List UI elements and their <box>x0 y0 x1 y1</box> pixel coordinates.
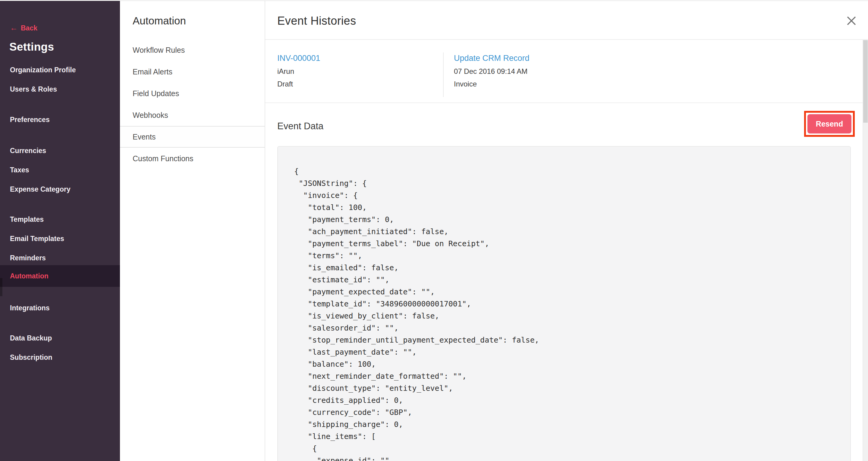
event-data-json: { "JSONString": { "invoice": { "total": … <box>278 147 850 461</box>
event-histories-panel: Event Histories INV-000001 iArun Draft U… <box>265 0 868 461</box>
submenu-item-custom-functions[interactable]: Custom Functions <box>120 148 265 169</box>
automation-nav: Workflow Rules Email Alerts Field Update… <box>120 39 265 169</box>
submenu-title: Automation <box>133 13 265 28</box>
automation-submenu: Automation Workflow Rules Email Alerts F… <box>120 0 265 461</box>
event-summary-action-col: Update CRM Record 07 Dec 2016 09:14 AM I… <box>454 53 530 89</box>
sidebar-item-preferences[interactable]: Preferences <box>0 113 120 127</box>
close-icon <box>846 16 857 26</box>
event-data-section: Event Data Resend { "JSONString": { "inv… <box>265 103 868 461</box>
event-timestamp: 07 Dec 2016 09:14 AM <box>454 67 530 76</box>
entity-type: Invoice <box>454 80 530 89</box>
invoice-status: Draft <box>277 80 320 89</box>
back-arrow-icon: ← <box>10 23 18 32</box>
page-scrollbar-track <box>863 40 868 461</box>
submenu-item-webhooks[interactable]: Webhooks <box>120 104 265 126</box>
back-link-label: Back <box>21 24 37 32</box>
sidebar-item-taxes[interactable]: Taxes <box>0 163 120 177</box>
sidebar-item-automation[interactable]: Automation <box>0 265 120 287</box>
back-link[interactable]: ←Back <box>10 24 120 32</box>
sidebar-item-templates[interactable]: Templates <box>0 212 120 226</box>
panel-title: Event Histories <box>277 15 356 27</box>
sidebar-item-currencies[interactable]: Currencies <box>0 144 120 158</box>
page-title: Settings <box>9 40 120 54</box>
settings-sidebar: ←Back Settings Organization Profile User… <box>0 0 120 461</box>
submenu-item-field-updates[interactable]: Field Updates <box>120 83 265 104</box>
sidebar-item-expense-category[interactable]: Expense Category <box>0 182 120 196</box>
invoice-number-link[interactable]: INV-000001 <box>277 53 320 63</box>
submenu-item-events[interactable]: Events <box>120 126 265 148</box>
sidebar-item-data-backup[interactable]: Data Backup <box>0 331 120 345</box>
resend-button[interactable]: Resend <box>807 114 851 133</box>
sidebar-item-users-roles[interactable]: Users & Roles <box>0 82 120 96</box>
event-summary-invoice-col: INV-000001 iArun Draft <box>277 53 320 89</box>
sidebar-scrollbar-thumb[interactable] <box>0 278 2 296</box>
contact-name: iArun <box>277 67 320 76</box>
event-data-code-panel: { "JSONString": { "invoice": { "total": … <box>277 146 851 461</box>
close-button[interactable] <box>846 16 857 26</box>
action-name-link[interactable]: Update CRM Record <box>454 53 530 63</box>
submenu-item-workflow-rules[interactable]: Workflow Rules <box>120 39 265 61</box>
event-summary: INV-000001 iArun Draft Update CRM Record… <box>265 40 868 103</box>
panel-header: Event Histories <box>265 0 868 40</box>
sidebar-item-subscription[interactable]: Subscription <box>0 350 120 365</box>
submenu-item-email-alerts[interactable]: Email Alerts <box>120 61 265 83</box>
sidebar-item-email-templates[interactable]: Email Templates <box>0 232 120 246</box>
page-scrollbar-thumb[interactable] <box>863 40 868 123</box>
window-top-edge <box>0 0 868 1</box>
sidebar-item-organization-profile[interactable]: Organization Profile <box>0 63 120 77</box>
event-data-heading: Event Data <box>277 121 323 132</box>
annotation-highlight: Resend <box>804 111 855 137</box>
sidebar-item-reminders[interactable]: Reminders <box>0 251 120 265</box>
settings-nav: Organization Profile Users & Roles Prefe… <box>0 63 120 365</box>
summary-divider <box>443 53 444 97</box>
sidebar-item-integrations[interactable]: Integrations <box>0 301 120 315</box>
